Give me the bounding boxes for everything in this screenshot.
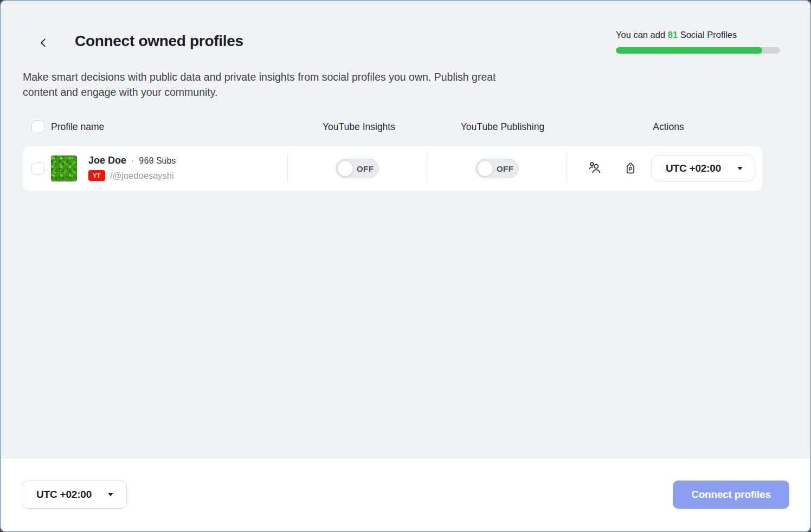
youtube-badge-icon: YT — [88, 170, 105, 181]
tag-p-icon: P — [623, 161, 638, 177]
label-button[interactable]: P — [623, 161, 638, 176]
column-divider — [567, 154, 567, 183]
youtube-publishing-toggle[interactable]: OFF — [475, 159, 519, 178]
quota-progress-fill — [616, 47, 762, 54]
column-header-youtube-insights: YouTube Insights — [323, 121, 395, 133]
members-button[interactable] — [588, 161, 602, 176]
toggle-knob — [477, 160, 493, 177]
quota-count: 81 — [668, 30, 678, 40]
dot-separator: · — [131, 156, 134, 166]
svg-text:P: P — [629, 166, 633, 172]
subscriber-count: 960 Subs — [139, 156, 176, 166]
footer-timezone-select[interactable]: UTC +02:00 — [22, 481, 127, 509]
column-divider — [287, 154, 288, 183]
users-icon — [588, 161, 602, 177]
timezone-value: UTC +02:00 — [666, 163, 721, 174]
toggle-state-label: OFF — [357, 164, 374, 173]
profile-handle: /@joedoesayshi — [110, 171, 174, 181]
row-timezone-select[interactable]: UTC +02:00 — [651, 155, 755, 181]
toggle-state-label: OFF — [497, 164, 513, 173]
page-description: Make smart decisions with public data an… — [23, 69, 532, 100]
quota-text: You can add 81 Social Profiles — [616, 30, 780, 40]
column-header-actions: Actions — [653, 121, 684, 133]
profile-handle-line: YT /@joedoesayshi — [88, 170, 174, 181]
select-all-checkbox[interactable] — [31, 120, 44, 133]
chevron-down-icon — [737, 167, 743, 170]
connect-profiles-modal: Connect owned profiles You can add 81 So… — [0, 0, 811, 532]
back-button[interactable] — [35, 35, 52, 52]
column-divider — [428, 154, 428, 183]
quota-progress-track — [616, 47, 780, 54]
connect-profiles-button[interactable]: Connect profiles — [673, 481, 789, 509]
table-row: Joe Doe · 960 Subs YT /@joedoesayshi OFF… — [23, 146, 762, 191]
profile-avatar — [51, 155, 77, 181]
profile-name-line: Joe Doe · 960 Subs — [88, 155, 176, 166]
footer-bar: UTC +02:00 Connect profiles — [1, 457, 810, 531]
youtube-insights-toggle[interactable]: OFF — [336, 159, 379, 178]
toggle-knob — [337, 160, 353, 177]
column-header-youtube-publishing: YouTube Publishing — [461, 121, 544, 133]
timezone-value: UTC +02:00 — [36, 489, 92, 501]
row-checkbox[interactable] — [31, 162, 44, 175]
column-header-profile-name: Profile name — [51, 121, 104, 133]
profile-name: Joe Doe — [88, 155, 126, 166]
page-title: Connect owned profiles — [75, 33, 243, 50]
quota-block: You can add 81 Social Profiles — [616, 30, 780, 54]
chevron-left-icon — [38, 37, 49, 50]
chevron-down-icon — [108, 493, 113, 496]
